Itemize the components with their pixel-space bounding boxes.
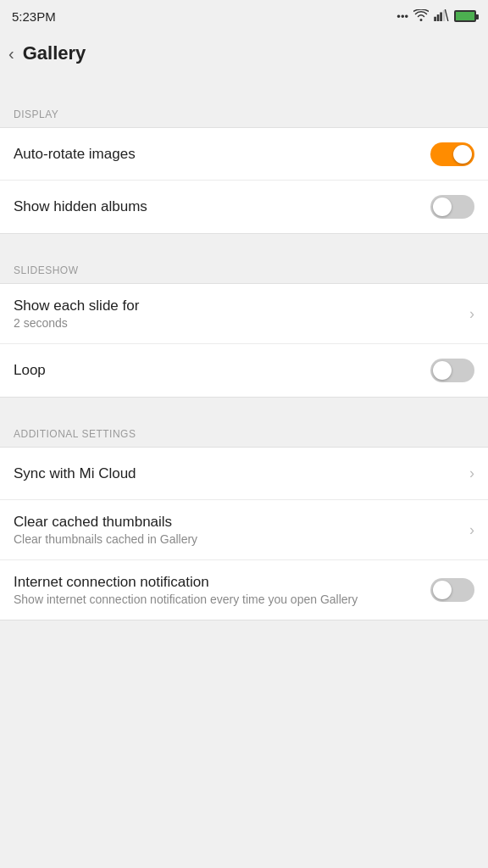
toggle-thumb-show-hidden xyxy=(433,198,452,216)
status-time: 5:23PM xyxy=(12,9,56,24)
status-icons: ••• xyxy=(396,9,476,24)
toggle-track-auto-rotate xyxy=(430,142,474,166)
header: ‹ Gallery xyxy=(0,31,488,78)
setting-text-sync-mi-cloud: Sync with Mi Cloud xyxy=(14,465,136,482)
toggle-thumb-loop xyxy=(433,361,452,380)
settings-card-1: Show each slide for2 seconds›Loop xyxy=(0,283,488,398)
setting-subtitle-clear-cache: Clear thumbnails cached in Gallery xyxy=(14,532,197,546)
setting-text-loop: Loop xyxy=(14,362,46,379)
battery-icon xyxy=(454,10,476,22)
svg-rect-2 xyxy=(440,12,442,21)
chevron-icon-clear-cache: › xyxy=(469,521,474,539)
toggle-track-internet-notification xyxy=(430,578,474,602)
setting-item-clear-cache[interactable]: Clear cached thumbnailsClear thumbnails … xyxy=(0,500,488,560)
setting-item-loop[interactable]: Loop xyxy=(0,344,488,397)
setting-title-loop: Loop xyxy=(14,362,46,379)
setting-item-show-hidden[interactable]: Show hidden albums xyxy=(0,181,488,233)
section-gap-2 xyxy=(0,398,488,413)
setting-item-auto-rotate[interactable]: Auto-rotate images xyxy=(0,128,488,181)
section-label-2: ADDITIONAL SETTINGS xyxy=(0,413,488,447)
setting-title-slide-duration: Show each slide for xyxy=(14,298,139,314)
setting-text-clear-cache: Clear cached thumbnailsClear thumbnails … xyxy=(14,514,197,546)
section-gap-0 xyxy=(0,78,488,93)
setting-text-slide-duration: Show each slide for2 seconds xyxy=(14,298,139,330)
toggle-internet-notification[interactable] xyxy=(430,578,474,602)
section-label-0: DISPLAY xyxy=(0,93,488,127)
svg-rect-0 xyxy=(434,16,436,20)
setting-text-auto-rotate: Auto-rotate images xyxy=(14,146,136,163)
chevron-icon-slide-duration: › xyxy=(469,305,474,323)
setting-item-sync-mi-cloud[interactable]: Sync with Mi Cloud› xyxy=(0,448,488,500)
setting-title-sync-mi-cloud: Sync with Mi Cloud xyxy=(14,465,136,482)
svg-rect-3 xyxy=(443,9,446,20)
settings-card-0: Auto-rotate imagesShow hidden albums xyxy=(0,127,488,234)
setting-subtitle-internet-notification: Show internet connection notification ev… xyxy=(14,593,358,606)
signal-icon xyxy=(434,9,449,24)
wifi-icon xyxy=(413,9,429,24)
svg-rect-1 xyxy=(437,14,440,21)
setting-title-show-hidden: Show hidden albums xyxy=(14,198,147,215)
setting-title-auto-rotate: Auto-rotate images xyxy=(14,146,136,163)
settings-card-2: Sync with Mi Cloud›Clear cached thumbnai… xyxy=(0,447,488,620)
toggle-loop[interactable] xyxy=(430,359,474,382)
section-gap-1 xyxy=(0,234,488,249)
setting-title-clear-cache: Clear cached thumbnails xyxy=(14,514,197,531)
setting-text-internet-notification: Internet connection notificationShow int… xyxy=(14,574,358,606)
setting-subtitle-slide-duration: 2 seconds xyxy=(14,316,139,330)
chevron-icon-sync-mi-cloud: › xyxy=(469,465,474,482)
setting-title-internet-notification: Internet connection notification xyxy=(14,574,358,591)
back-arrow-icon: ‹ xyxy=(8,44,14,64)
setting-item-internet-notification[interactable]: Internet connection notificationShow int… xyxy=(0,560,488,620)
svg-line-4 xyxy=(445,9,448,21)
toggle-thumb-internet-notification xyxy=(433,581,452,599)
more-icon: ••• xyxy=(396,10,408,23)
setting-item-slide-duration[interactable]: Show each slide for2 seconds› xyxy=(0,284,488,344)
toggle-show-hidden[interactable] xyxy=(430,195,474,219)
setting-text-show-hidden: Show hidden albums xyxy=(14,198,147,215)
toggle-auto-rotate[interactable] xyxy=(430,142,474,166)
toggle-track-loop xyxy=(430,359,474,382)
toggle-thumb-auto-rotate xyxy=(453,145,472,164)
section-label-1: SLIDESHOW xyxy=(0,249,488,283)
status-bar: 5:23PM ••• xyxy=(0,0,488,31)
back-button[interactable]: ‹ xyxy=(8,44,14,64)
toggle-track-show-hidden xyxy=(430,195,474,219)
page-title: Gallery xyxy=(23,42,86,64)
